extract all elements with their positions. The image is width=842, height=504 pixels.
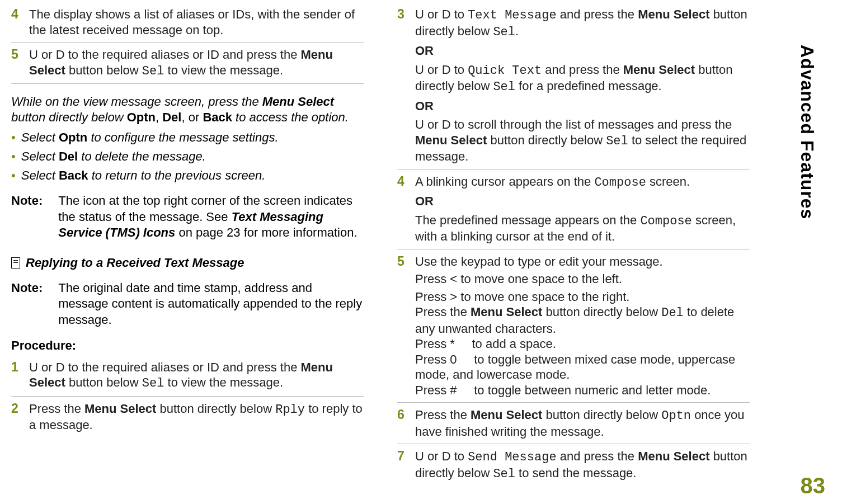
star-key: * (450, 337, 455, 351)
step-number: 2 (11, 401, 21, 433)
step-7: 7 U or D to Send Message and press the M… (397, 445, 750, 486)
step-body: Press the Menu Select button directly be… (415, 407, 750, 439)
note-1: Note: The icon at the top right corner o… (11, 193, 364, 241)
bullet-text: Select Optn to configure the message set… (21, 130, 279, 145)
bullet-dot-icon: • (11, 149, 16, 164)
note-body: The icon at the top right corner of the … (58, 193, 364, 241)
d-key: D (56, 360, 65, 374)
or-label: OR (415, 98, 750, 114)
u-key: U (415, 117, 424, 131)
step-number: 7 (397, 449, 407, 482)
note-label: Note: (11, 280, 43, 328)
or-label: OR (415, 43, 750, 59)
step-6: 6 Press the Menu Select button directly … (397, 404, 750, 444)
step-text: The display shows a list of aliases or I… (29, 7, 364, 37)
bullet-text: Select Del to delete the message. (21, 149, 206, 164)
bullet-3: • Select Back to return to the previous … (11, 168, 364, 183)
step-5: 5 Use the keypad to type or edit your me… (397, 251, 750, 403)
note-body: The original date and time stamp, addres… (58, 280, 364, 328)
side-title: Advanced Features (797, 45, 817, 219)
u-key: U (29, 360, 38, 374)
view-para: While on the view message screen, press … (11, 94, 364, 125)
step-number: 3 (397, 7, 407, 164)
procedure-label: Procedure: (11, 338, 364, 353)
step-number: 4 (397, 174, 407, 244)
section-icon (11, 257, 20, 269)
section-heading: Replying to a Received Text Message (11, 256, 364, 270)
page-number: 83 (801, 473, 826, 498)
bullet-2: • Select Del to delete the message. (11, 149, 364, 164)
step-number: 4 (11, 7, 21, 37)
step-body: Use the keypad to type or edit your mess… (415, 254, 750, 398)
proc-step-2: 2 Press the Menu Select button directly … (11, 398, 364, 437)
bullet-1: • Select Optn to configure the message s… (11, 130, 364, 145)
step-4: 4 A blinking cursor appears on the Compo… (397, 171, 750, 249)
bullet-text: Select Back to return to the previous sc… (21, 168, 266, 183)
u-key: U (415, 449, 424, 463)
right-column: 3 U or D to Text Message and press the M… (397, 3, 750, 487)
bullet-dot-icon: • (11, 168, 16, 183)
step-body: U or D to the required aliases or ID and… (29, 360, 364, 392)
step-4: 4 The display shows a list of aliases or… (11, 3, 364, 43)
hash-key: # (450, 383, 457, 397)
bullet-dot-icon: • (11, 130, 16, 145)
step-body: Press the Menu Select button directly be… (29, 401, 364, 433)
zero-key: 0 (450, 354, 457, 366)
step-body: A blinking cursor appears on the Compose… (415, 174, 750, 244)
step-number: 1 (11, 360, 21, 392)
left-column: 4 The display shows a list of aliases or… (11, 3, 364, 487)
or-label: OR (415, 194, 750, 209)
left-key: < (450, 272, 457, 286)
right-key: > (450, 290, 457, 304)
note-2: Note: The original date and time stamp, … (11, 280, 364, 328)
d-key: D (442, 117, 451, 131)
proc-step-1: 1 U or D to the required aliases or ID a… (11, 356, 364, 397)
step-5: 5 U or D to the required aliases or ID a… (11, 44, 364, 84)
u-key: U (29, 48, 38, 62)
d-key: D (56, 48, 65, 62)
page: 4 The display shows a list of aliases or… (0, 0, 842, 491)
u-key: U (415, 7, 424, 21)
u-key: U (415, 63, 424, 77)
d-key: D (442, 449, 451, 463)
step-number: 5 (11, 47, 21, 79)
d-key: D (442, 63, 451, 77)
step-body: U or D to the required aliases or ID and… (29, 47, 364, 79)
step-3: 3 U or D to Text Message and press the M… (397, 3, 750, 169)
d-key: D (442, 7, 451, 21)
step-number: 6 (397, 407, 407, 439)
step-number: 5 (397, 254, 407, 398)
step-body: U or D to Text Message and press the Men… (415, 7, 750, 164)
step-body: U or D to Send Message and press the Men… (415, 449, 750, 482)
note-label: Note: (11, 193, 43, 241)
